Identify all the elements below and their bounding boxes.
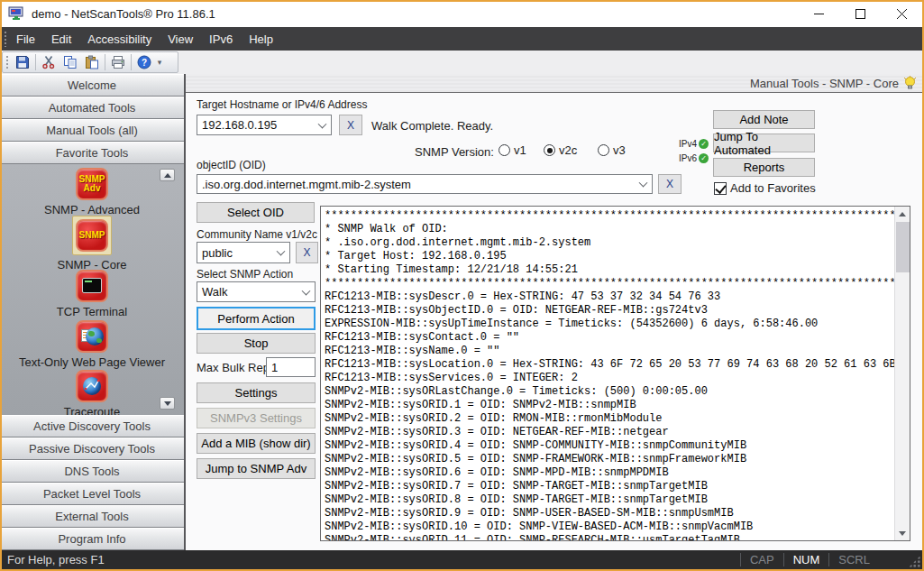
- reports-button[interactable]: Reports: [713, 158, 815, 177]
- snmp-action-combobox[interactable]: Walk: [197, 281, 316, 302]
- result-line: ****************************************…: [325, 277, 894, 290]
- radio-icon: [499, 144, 510, 156]
- scrollbar-up-button[interactable]: [895, 207, 910, 221]
- hint-lightbulb-icon[interactable]: [903, 76, 917, 91]
- oid-combobox[interactable]: .iso.org.dod.internet.mgmt.mib-2.system: [197, 174, 653, 194]
- result-line: SNMPv2-MIB::sysORID.5 = OID: SNMP-FRAMEW…: [325, 453, 894, 466]
- result-line: SNMPv2-MIB::sysORID.2 = OID: RMON-MIB::r…: [325, 412, 894, 426]
- scrollbar-down-button[interactable]: [895, 526, 910, 540]
- minimize-button[interactable]: [798, 0, 839, 27]
- application-window: demo - NetScanTools® Pro 11.86.1 File Ed…: [0, 0, 924, 571]
- chevron-down-icon: [302, 286, 311, 295]
- result-line: SNMPv2-MIB::sysORID.7 = OID: SNMP-TARGET…: [325, 480, 894, 493]
- toolbar-overflow-button[interactable]: ▾: [155, 52, 164, 72]
- clear-oid-button[interactable]: X: [658, 174, 682, 194]
- favorite-snmp-advanced[interactable]: SNMPAdv SNMP - Advanced: [0, 168, 184, 216]
- cut-button[interactable]: [38, 52, 59, 72]
- oid-value: .iso.org.dod.internet.mgmt.mib-2.system: [202, 178, 411, 191]
- resize-grip[interactable]: [909, 556, 920, 567]
- snmp-action-label: Select SNMP Action: [197, 268, 293, 281]
- results-output[interactable]: ****************************************…: [321, 207, 894, 540]
- num-lock-indicator: NUM: [783, 553, 829, 566]
- print-button[interactable]: [107, 52, 129, 72]
- target-hostname-combobox[interactable]: 192.168.0.195: [197, 115, 332, 135]
- community-combobox[interactable]: public: [197, 242, 290, 263]
- menu-edit[interactable]: Edit: [43, 27, 79, 51]
- scroll-down-icon: [164, 401, 171, 406]
- paste-button[interactable]: [81, 52, 103, 72]
- web-viewer-icon: [76, 320, 108, 353]
- add-mib-button[interactable]: Add a MIB (show dir): [197, 433, 316, 454]
- oid-label: objectID (OID): [197, 159, 266, 171]
- toolbar-island: ? ▾: [2, 51, 178, 73]
- jump-to-automated-button[interactable]: Jump To Automated: [713, 134, 815, 152]
- sidebar-group-passive-discovery[interactable]: Passive Discovery Tools: [0, 437, 184, 460]
- add-note-button[interactable]: Add Note: [713, 110, 815, 129]
- result-line: * Starting Timestamp: 12/21/18 14:55:21: [325, 263, 894, 277]
- minimize-icon: [814, 9, 824, 19]
- status-bar: For Help, press F1 CAP NUM SCRL: [0, 550, 924, 571]
- sidebar-group-dns-tools[interactable]: DNS Tools: [0, 460, 184, 483]
- scroll-down-icon: [899, 531, 906, 536]
- snmp-adv-icon: SNMPAdv: [76, 168, 108, 200]
- save-button[interactable]: [12, 52, 33, 72]
- target-hostname-value: 192.168.0.195: [202, 118, 277, 132]
- sidebar-group-welcome[interactable]: Welcome: [0, 74, 184, 97]
- close-button[interactable]: [881, 0, 922, 27]
- radio-v3[interactable]: v3: [598, 143, 626, 157]
- results-scrollbar[interactable]: [894, 207, 910, 540]
- favorite-tcp-terminal[interactable]: TCP Terminal: [0, 270, 184, 318]
- favorite-snmp-core[interactable]: SNMP - Core: [0, 216, 184, 272]
- settings-button[interactable]: Settings: [197, 382, 316, 403]
- favorite-label: SNMP - Advanced: [0, 203, 184, 216]
- favorites-scroll-down-button[interactable]: [160, 397, 175, 410]
- radio-v1[interactable]: v1: [499, 143, 526, 157]
- clear-target-button[interactable]: X: [339, 115, 362, 135]
- favorite-text-only-web-viewer[interactable]: Text-Only Web Page Viewer: [0, 320, 184, 369]
- main-area: Manual Tools - SNMP - Core Target Hostna…: [186, 74, 924, 550]
- cut-icon: [41, 55, 56, 69]
- copy-button[interactable]: [59, 52, 81, 72]
- perform-action-button[interactable]: Perform Action: [197, 307, 316, 330]
- sidebar-group-program-info[interactable]: Program Info: [0, 528, 184, 550]
- menu-accessibility[interactable]: Accessibility: [79, 27, 160, 51]
- tool-title: Manual Tools - SNMP - Core: [750, 77, 899, 90]
- stop-button[interactable]: Stop: [197, 333, 316, 354]
- max-bulk-reps-label: Max Bulk Reps: [197, 361, 275, 374]
- sidebar-group-favorites[interactable]: Favorite Tools: [0, 142, 184, 164]
- menu-help[interactable]: Help: [241, 27, 281, 51]
- clear-community-button[interactable]: X: [296, 242, 318, 263]
- chevron-down-icon: [639, 179, 648, 188]
- maximize-icon: [855, 9, 865, 19]
- sidebar-group-automated[interactable]: Automated Tools: [0, 97, 184, 119]
- result-line: RFC1213-MIB::sysDescr.0 = Hex-STRING: 47…: [325, 290, 894, 304]
- favorite-label: Text-Only Web Page Viewer: [0, 355, 184, 369]
- add-to-favorites-checkbox[interactable]: Add to Favorites: [714, 181, 816, 195]
- checkbox-checked-icon: [714, 182, 727, 195]
- traceroute-icon: [76, 370, 108, 402]
- tcp-terminal-icon: [76, 270, 108, 302]
- sidebar-group-active-discovery[interactable]: Active Discovery Tools: [0, 415, 184, 437]
- result-line: SNMPv2-MIB::sysORID.11 = OID: SNMP-RESEA…: [325, 534, 894, 540]
- sidebar-group-external-tools[interactable]: External Tools: [0, 505, 184, 528]
- toolbar-separator: [131, 54, 132, 70]
- max-bulk-reps-input[interactable]: 1: [266, 357, 316, 377]
- result-line: SNMPv2-MIB::sysORID.8 = OID: SNMP-TARGET…: [325, 493, 894, 507]
- radio-v2c[interactable]: v2c: [544, 143, 577, 157]
- sidebar-group-packet-level[interactable]: Packet Level Tools: [0, 483, 184, 505]
- copy-icon: [63, 55, 78, 69]
- sidebar-group-manual-tools[interactable]: Manual Tools (all): [0, 119, 184, 142]
- scrollbar-thumb[interactable]: [896, 222, 910, 272]
- favorite-label: TCP Terminal: [0, 305, 184, 318]
- menu-file[interactable]: File: [8, 27, 43, 51]
- help-button[interactable]: ?: [133, 52, 155, 72]
- tool-header: Manual Tools - SNMP - Core: [186, 74, 924, 93]
- result-line: SNMPv2-MIB::sysORID.9 = OID: SNMP-USER-B…: [325, 507, 894, 520]
- menu-view[interactable]: View: [160, 27, 201, 51]
- jump-to-snmp-adv-button[interactable]: Jump to SNMP Adv: [197, 458, 316, 479]
- menu-ipv6[interactable]: IPv6: [201, 27, 241, 51]
- select-oid-button[interactable]: Select OID: [197, 202, 315, 223]
- maximize-button[interactable]: [839, 0, 881, 27]
- title-bar: demo - NetScanTools® Pro 11.86.1: [0, 0, 924, 27]
- favorite-traceroute[interactable]: Traceroute: [0, 370, 184, 415]
